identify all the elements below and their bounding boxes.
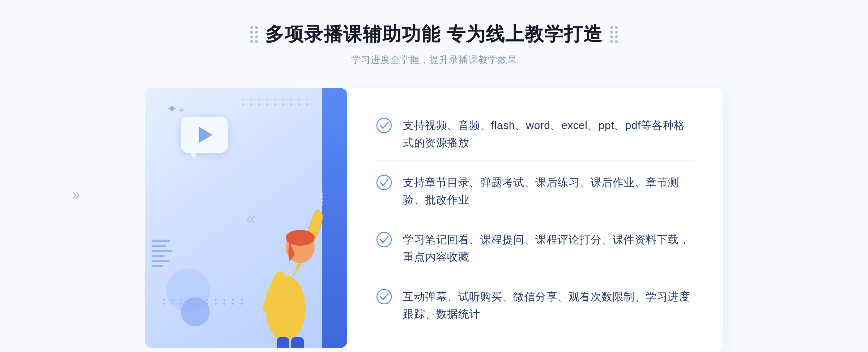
sparkle-mark-1: ✦ — [167, 103, 177, 115]
svg-point-9 — [377, 175, 391, 190]
feature-item-2: 支持章节目录、弹题考试、课后练习、课后作业、章节测验、批改作业 — [376, 165, 694, 218]
svg-rect-4 — [291, 337, 304, 348]
title-row: 多项录播课辅助功能 专为线上教学打造 — [250, 22, 618, 47]
dot-pattern-top — [242, 99, 311, 105]
left-illustration-panel: ✦ ✦ — [145, 88, 347, 348]
stripes-decoration — [152, 240, 174, 276]
chevron-left-icon: « — [246, 208, 256, 228]
feature-text-3: 学习笔记回看、课程提问、课程评论打分、课件资料下载，重点内容收藏 — [403, 231, 694, 266]
svg-rect-3 — [277, 337, 289, 348]
feature-text-1: 支持视频、音频、flash、word、excel、ppt、pdf等各种格式的资源… — [403, 117, 694, 151]
chevron-right-icon: » — [72, 187, 80, 202]
page-left-chevrons: » — [72, 187, 80, 202]
check-circle-icon-1 — [376, 117, 392, 133]
feature-item-4: 互动弹幕、试听购买、微信分享、观看次数限制、学习进度跟踪、数据统计 — [376, 279, 694, 332]
page-container: 多项录播课辅助功能 专为线上教学打造 学习进度全掌握，提升录播课教学效果 » — [0, 0, 868, 352]
check-circle-icon-3 — [376, 232, 392, 248]
feature-item-1: 支持视频、音频、flash、word、excel、ppt、pdf等各种格式的资源… — [376, 108, 694, 161]
person-illustration — [217, 131, 354, 348]
deco-circle-filled — [181, 297, 210, 326]
feature-text-4: 互动弹幕、试听购买、微信分享、观看次数限制、学习进度跟踪、数据统计 — [403, 288, 694, 323]
check-circle-icon-4 — [376, 289, 392, 305]
header-section: 多项录播课辅助功能 专为线上教学打造 学习进度全掌握，提升录播课教学效果 — [0, 0, 868, 66]
left-dots-decoration — [250, 26, 258, 43]
svg-point-8 — [377, 118, 391, 133]
content-area: ✦ ✦ — [145, 84, 723, 352]
right-features-panel: 支持视频、音频、flash、word、excel、ppt、pdf等各种格式的资源… — [347, 88, 723, 352]
subtitle: 学习进度全掌握，提升录播课教学效果 — [351, 53, 517, 66]
main-title: 多项录播课辅助功能 专为线上教学打造 — [265, 22, 603, 47]
play-triangle-icon — [199, 127, 212, 143]
sparkle-mark-2: ✦ — [178, 107, 184, 115]
left-panel-chevrons: « — [246, 207, 256, 228]
right-dots-decoration — [610, 26, 618, 43]
feature-text-2: 支持章节目录、弹题考试、课后练习、课后作业、章节测验、批改作业 — [403, 174, 694, 209]
svg-point-11 — [377, 289, 391, 304]
svg-point-10 — [377, 232, 391, 247]
check-circle-icon-2 — [376, 175, 392, 190]
feature-item-3: 学习笔记回看、课程提问、课程评论打分、课件资料下载，重点内容收藏 — [376, 222, 694, 275]
